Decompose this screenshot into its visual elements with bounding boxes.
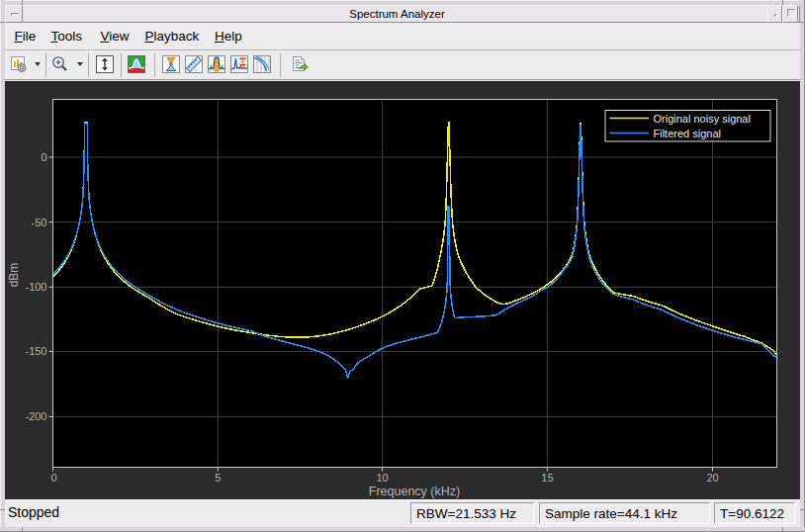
svg-text:0: 0 (50, 472, 56, 484)
svg-text:-150: -150 (25, 345, 46, 357)
svg-text:Filtered signal: Filtered signal (654, 128, 721, 139)
svg-text:10: 10 (376, 472, 388, 484)
svg-text:20: 20 (706, 472, 718, 484)
svg-text:-100: -100 (25, 281, 46, 293)
svg-text:-50: -50 (32, 217, 47, 228)
svg-text:-200: -200 (25, 410, 46, 422)
svg-text:Frequency (kHz): Frequency (kHz) (369, 485, 460, 498)
svg-text:5: 5 (215, 472, 221, 484)
svg-text:0: 0 (41, 151, 46, 163)
svg-text:15: 15 (541, 472, 553, 484)
svg-text:Original noisy signal: Original noisy signal (654, 113, 751, 125)
svg-text:dBm: dBm (7, 263, 21, 288)
